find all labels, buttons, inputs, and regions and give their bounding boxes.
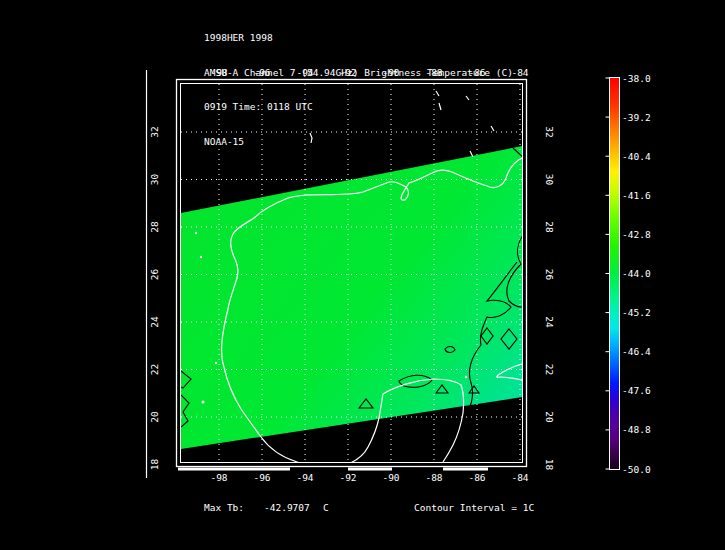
lon-tick-label-bottom: -86: [468, 472, 485, 483]
contour-interval-note: Contour Interval = 1C: [414, 502, 534, 514]
colorbar-tick-label: -47.6: [622, 385, 651, 396]
max-tb-value: -42.9707: [264, 502, 310, 514]
lat-tick-label-right: 24: [544, 316, 555, 328]
colorbar-tick-label: -41.6: [622, 190, 651, 201]
lat-tick-label-right: 18: [544, 459, 555, 471]
colorbar-ticks: [606, 78, 610, 469]
colorbar-gradient-bar: [610, 78, 620, 470]
lat-tick-label-right: 26: [544, 269, 555, 281]
lon-tick-label-top: -90: [382, 67, 399, 78]
screen: 1998HER 1998 AMSU-A Channel 7 (54.94GHz)…: [0, 0, 725, 550]
colorbar-tick-label: -44.0: [622, 268, 651, 279]
lat-tick-label-left: 24: [149, 316, 160, 328]
lat-tick-label-left: 30: [149, 174, 160, 186]
lon-tick-label-bottom: -88: [425, 472, 442, 483]
lon-tick-label-bottom: -96: [253, 472, 270, 483]
colorbar-tick-label: -46.4: [622, 346, 651, 357]
colorbar-labels: -38.0-39.2-40.4-41.6-42.8-44.0-45.2-46.4…: [622, 73, 651, 475]
lat-tick-label-left: 32: [149, 126, 160, 137]
lon-tick-label-top: -96: [253, 67, 270, 78]
colorbar-tick-label: -48.8: [622, 424, 651, 435]
lon-tick-label-top: -92: [339, 67, 356, 78]
colorbar-tick-label: -42.8: [622, 229, 651, 240]
lat-tick-label-right: 20: [544, 411, 555, 423]
lon-tick-label-top: -98: [210, 67, 227, 78]
lat-tick-label-left: 22: [149, 364, 160, 375]
max-tb-unit: C: [323, 502, 329, 514]
lat-tick-label-left: 20: [149, 411, 160, 423]
lat-tick-label-right: 32: [544, 126, 555, 137]
colorbar-tick-label: -38.0: [622, 73, 651, 84]
lat-tick-label-left: 26: [149, 269, 160, 281]
lon-tick-label-top: -88: [425, 67, 442, 78]
brightness-temperature-map: -98-98-96-96-94-94-92-92-90-90-88-88-86-…: [0, 0, 725, 550]
lon-tick-label-bottom: -98: [210, 472, 227, 483]
lat-tick-label-right: 30: [544, 174, 555, 186]
bottom-scale-bars: [178, 468, 488, 471]
lon-tick-label-bottom: -84: [511, 472, 528, 483]
lat-tick-label-right: 22: [544, 364, 555, 375]
lon-tick-label-bottom: -92: [339, 472, 356, 483]
lon-tick-label-top: -94: [296, 67, 313, 78]
colorbar-tick-label: -45.2: [622, 307, 651, 318]
colorbar-tick-label: -40.4: [622, 151, 651, 162]
lon-tick-label-top: -86: [468, 67, 485, 78]
lat-tick-label-right: 28: [544, 221, 555, 233]
river-marks: [310, 91, 494, 157]
lat-tick-label-left: 28: [149, 221, 160, 233]
lon-tick-label-bottom: -94: [296, 472, 313, 483]
lon-tick-label-top: -84: [511, 67, 528, 78]
lon-tick-label-bottom: -90: [382, 472, 399, 483]
colorbar-tick-label: -39.2: [622, 112, 651, 123]
colorbar-tick-label: -50.0: [622, 464, 651, 475]
max-tb-label: Max Tb:: [204, 502, 244, 514]
colorbar: -38.0-39.2-40.4-41.6-42.8-44.0-45.2-46.4…: [606, 73, 651, 475]
lat-tick-label-left: 18: [149, 459, 160, 471]
